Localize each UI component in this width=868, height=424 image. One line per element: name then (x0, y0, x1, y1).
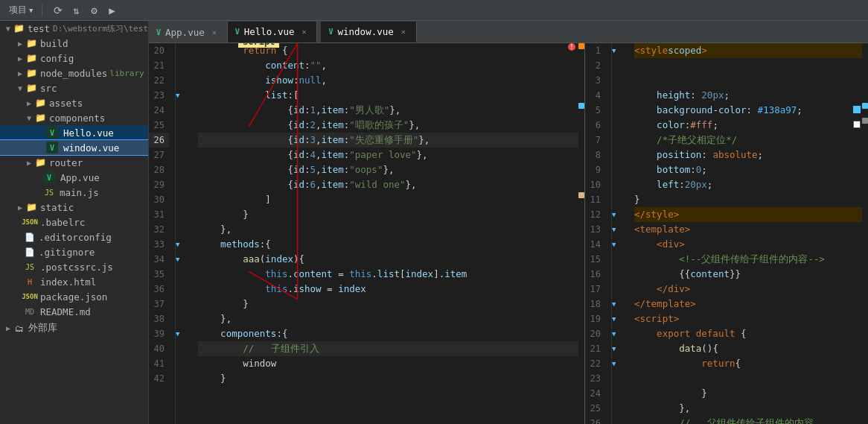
editor-pane-right: 1 2 3 4 5 6 7 8 9 10 11 12 13 14 (585, 43, 868, 424)
ln-24: 24 (149, 103, 169, 118)
sidebar-item-static[interactable]: ▶ 📁 static (0, 200, 148, 215)
tab-icon-app-vue: V (156, 28, 161, 37)
rln-22: 22 (585, 356, 605, 371)
code-line-39: components:{ (198, 326, 578, 341)
gutter-20 (176, 43, 192, 58)
toolbar-project[interactable]: 项目 ▼ (4, 2, 37, 18)
toolbar-icon-4[interactable]: ▶ (103, 2, 120, 19)
sidebar-item-app-vue[interactable]: V App.vue (0, 170, 148, 185)
gutter-39: ▼ (176, 326, 192, 341)
folder-icon-node-modules: 📁 (25, 67, 37, 79)
tab-window-vue[interactable]: V window.vue ✕ (321, 22, 416, 42)
rgutter-6 (612, 118, 628, 133)
sidebar-item-postcssrc[interactable]: JS .postcssrc.js (0, 259, 148, 274)
fold-arrow-39: ▼ (176, 330, 179, 338)
rline-8: position: absolute; (634, 148, 862, 162)
folder-icon-assets: 📁 (34, 97, 46, 109)
gutter-21 (176, 58, 192, 73)
code-line-34: aaa(index){ (198, 252, 578, 267)
code-editor-left[interactable]: 20 21 22 23 24 25 26 27 28 29 30 31 32 3… (149, 43, 584, 424)
toolbar-icon-3[interactable]: ⚙ (86, 2, 102, 19)
sidebar-item-editorconfig[interactable]: 📄 .editorconfig (0, 230, 148, 244)
folder-icon-src: 📁 (25, 82, 37, 94)
gutter-33: ▼ (176, 237, 192, 252)
toolbar-icon-1[interactable]: ⟳ (50, 2, 66, 19)
sidebar-item-main-js[interactable]: JS main.js (0, 185, 148, 200)
code-line-42: } (198, 371, 578, 386)
rgutter-10 (612, 177, 628, 192)
ln-27: 27 (149, 148, 169, 162)
rfold-19: ▼ (612, 315, 616, 323)
tab-app-vue[interactable]: V App.vue ✕ (149, 22, 228, 42)
sidebar-item-test[interactable]: ▼ 📁 test D:\webstorm练习\test (0, 21, 148, 36)
sidebar-item-gitignore[interactable]: 📄 .gitignore (0, 244, 148, 259)
ln-21: 21 (149, 58, 169, 73)
rln-10: 10 (585, 177, 605, 192)
sidebar-label-external: 外部库 (28, 322, 57, 335)
sidebar-item-window-vue[interactable]: V window.vue (0, 140, 148, 155)
sidebar-item-package-json[interactable]: JSON package.json (0, 289, 148, 304)
rline-15: <!--父组件传给子组件的内容--> (634, 252, 862, 267)
code-line-35: this.content = this.list[index].item (198, 267, 578, 282)
sidebar-item-build[interactable]: ▶ 📁 build (0, 36, 148, 51)
code-content-right[interactable]: <style scoped> height: 20px; bac (628, 43, 862, 424)
rfold-21: ▼ (612, 345, 616, 352)
marker-orange (578, 43, 584, 49)
gutter-41 (176, 356, 192, 371)
code-line-33: methods:{ (198, 237, 578, 252)
sidebar-label-static: static (40, 202, 74, 213)
rgutter-11 (612, 192, 628, 207)
file-icon-readme: MD (24, 306, 36, 317)
rln-12: 12 (585, 207, 605, 222)
rln-24: 24 (585, 386, 605, 401)
rgutter-13: ▼ (612, 222, 628, 237)
ln-30: 30 (149, 192, 169, 207)
sidebar-item-components[interactable]: ▼ 📁 components (0, 110, 148, 125)
rline-23 (634, 371, 862, 386)
sidebar-item-external-libs[interactable]: ▶ 🗂 外部库 (0, 320, 148, 336)
sidebar-item-hello-vue[interactable]: V Hello.vue (0, 125, 148, 140)
right-markers-left (578, 43, 584, 424)
sidebar-item-babelrc[interactable]: JSON .babelrc (0, 215, 148, 230)
sidebar-item-readme[interactable]: MD README.md (0, 304, 148, 319)
sidebar-item-router[interactable]: ▶ 📁 router (0, 155, 148, 170)
file-icon-babelrc: JSON (24, 216, 36, 228)
marker-yellow (578, 192, 584, 198)
ln-20: 20 (149, 43, 169, 58)
rgutter-5 (612, 103, 628, 118)
code-editor-right[interactable]: 1 2 3 4 5 6 7 8 9 10 11 12 13 14 (585, 43, 868, 424)
rline-24: } (634, 386, 862, 401)
rln-23: 23 (585, 371, 605, 386)
tab-close-hello-vue[interactable]: ✕ (299, 27, 309, 37)
code-line-31: } (198, 207, 578, 222)
gutter-right: ▼ ▼ (612, 43, 628, 424)
rgutter-19: ▼ (612, 311, 628, 326)
tab-close-app-vue[interactable]: ✕ (209, 27, 220, 37)
sidebar-item-index-html[interactable]: H index.html (0, 274, 148, 289)
rline-4: height: 20px; (634, 88, 862, 103)
sidebar-item-src[interactable]: ▼ 📁 src (0, 80, 148, 95)
tab-label-window-vue: window.vue (338, 26, 394, 37)
code-line-28: {id:5,item:"oops"}, (198, 162, 578, 177)
rln-19: 19 (585, 311, 605, 326)
gutter-23: ▼ (176, 88, 192, 103)
rfold-18: ▼ (612, 300, 616, 308)
code-line-21: content:"", (198, 58, 578, 73)
ln-33: 33 (149, 237, 169, 252)
ln-38: 38 (149, 311, 169, 326)
gutter-24 (176, 103, 192, 118)
code-line-30: ] (198, 192, 578, 207)
sidebar-item-assets[interactable]: ▶ 📁 assets (0, 95, 148, 110)
file-icon-hello-vue: V (46, 127, 58, 139)
rln-1: 1 (585, 43, 605, 58)
sidebar-label-router: router (49, 157, 83, 168)
tab-close-window-vue[interactable]: ✕ (398, 27, 409, 37)
toolbar-icon-2[interactable]: ⇅ (68, 2, 84, 19)
sidebar-item-node-modules[interactable]: ▶ 📁 node_modules library (0, 66, 148, 80)
expand-arrow-components: ▼ (24, 114, 34, 122)
code-content-left[interactable]: ! return { content:"", ishow:null, (192, 43, 578, 424)
sidebar-item-config[interactable]: ▶ 📁 config (0, 51, 148, 66)
gutter-29 (176, 177, 192, 192)
tab-hello-vue[interactable]: V Hello.vue ✕ (228, 22, 318, 42)
fold-arrow-34: ▼ (176, 256, 179, 263)
